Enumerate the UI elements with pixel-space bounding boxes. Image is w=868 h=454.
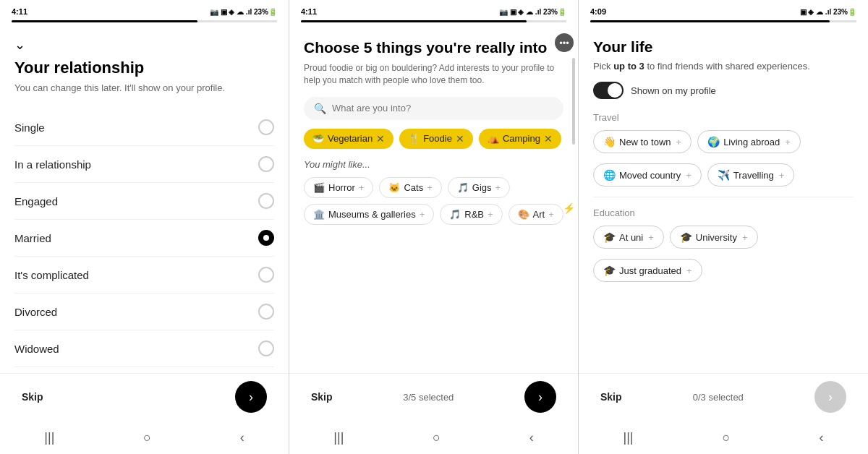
status-icons-1: 📷 ▣ ◈ ☁ .ıl 23%🔋 <box>210 8 277 16</box>
tag-moved-country[interactable]: 🌐 Moved country + <box>593 163 702 187</box>
screen1-subtitle: You can change this later. It'll show on… <box>14 82 274 95</box>
life-subtitle: Pick up to 3 to find friends with shared… <box>593 60 854 73</box>
add-rnb-icon[interactable]: + <box>488 209 493 220</box>
radio-circle-single[interactable] <box>258 119 274 135</box>
radio-circle-married[interactable] <box>258 230 274 246</box>
radio-circle-complicated[interactable] <box>258 267 274 283</box>
radio-divorced[interactable]: Divorced <box>14 294 274 330</box>
search-icon: 🔍 <box>314 103 326 114</box>
android-menu-icon-3[interactable]: ||| <box>624 430 634 445</box>
interests-subtitle: Proud foodie or big on bouldering? Add i… <box>304 62 563 87</box>
radio-complicated[interactable]: It's complicated <box>14 257 274 294</box>
remove-foodie-icon[interactable]: ✕ <box>456 133 464 145</box>
android-back-icon-2[interactable]: ‹ <box>529 430 534 445</box>
travel-tags: 👋 New to town + 🌍 Living abroad + <box>593 130 854 153</box>
android-back-icon[interactable]: ‹ <box>240 430 244 445</box>
life-title: Your life <box>593 38 854 56</box>
add-museums-icon[interactable]: + <box>420 209 425 220</box>
android-menu-icon[interactable]: ||| <box>44 430 54 445</box>
add-art-icon[interactable]: + <box>548 209 554 220</box>
add-cats-icon[interactable]: + <box>427 182 433 193</box>
tag-university[interactable]: 🎓 University + <box>670 226 758 249</box>
remove-camping-icon[interactable]: ✕ <box>544 133 553 145</box>
radio-circle-engaged[interactable] <box>258 193 274 209</box>
radio-circle-divorced[interactable] <box>258 304 274 320</box>
tag-camping[interactable]: ⛺ Camping ✕ <box>479 129 561 149</box>
radio-widowed[interactable]: Widowed <box>14 330 274 367</box>
screen1-bottom-nav: Skip › <box>0 373 289 424</box>
scrollbar[interactable] <box>572 58 575 145</box>
time-2: 4:11 <box>301 7 317 16</box>
android-back-icon-3[interactable]: ‹ <box>819 430 823 445</box>
phone-screen-1: 4:11 📷 ▣ ◈ ☁ .ıl 23%🔋 ⌄ Your relationshi… <box>0 0 289 454</box>
suggestion-museums[interactable]: 🏛️ Museums & galleries + <box>304 204 434 225</box>
add-at-uni-icon[interactable]: + <box>648 232 654 243</box>
screen3-next-button[interactable]: › <box>814 381 846 413</box>
radio-engaged[interactable]: Engaged <box>14 183 274 220</box>
status-bar-3: 4:09 ▣ ◈ ☁ .ıl 23%🔋 <box>579 0 868 20</box>
toggle-label: Shown on my profile <box>631 85 716 96</box>
suggestion-gigs[interactable]: 🎵 Gigs + <box>448 177 510 198</box>
education-tags-2: 🎓 Just graduated + <box>593 259 854 282</box>
screen2-bottom-nav: Skip 3/5 selected › <box>289 373 578 424</box>
suggestion-rnb[interactable]: 🎵 R&B + <box>440 204 502 225</box>
tag-vegetarian[interactable]: 🥗 Vegetarian ✕ <box>304 129 393 149</box>
screen3-bottom-icons: ||| ○ ‹ <box>579 424 868 454</box>
android-home-icon-2[interactable]: ○ <box>433 430 441 445</box>
tag-foodie[interactable]: 🍴 Foodie ✕ <box>399 129 473 149</box>
you-might-like-label: You might like... <box>304 159 563 170</box>
suggestion-art[interactable]: 🎨 Art + <box>509 204 563 225</box>
tag-travelling[interactable]: ✈️ Travelling + <box>707 163 794 187</box>
radio-label-in-relationship: In a relationship <box>14 158 91 171</box>
travel-tags-2: 🌐 Moved country + ✈️ Travelling + <box>593 163 854 187</box>
android-home-icon-3[interactable]: ○ <box>723 430 731 445</box>
add-travelling-icon[interactable]: + <box>779 170 785 181</box>
android-menu-icon-2[interactable]: ||| <box>333 430 344 445</box>
tag-just-graduated[interactable]: 🎓 Just graduated + <box>593 259 702 282</box>
screen2-selected-count: 3/5 selected <box>403 392 454 403</box>
add-horror-icon[interactable]: + <box>359 182 365 193</box>
screen3-content: Your life Pick up to 3 to find friends w… <box>579 22 868 373</box>
radio-single[interactable]: Single <box>14 109 274 146</box>
add-living-abroad-icon[interactable]: + <box>785 137 791 147</box>
suggestion-cats[interactable]: 🐱 Cats + <box>379 177 441 198</box>
radio-label-widowed: Widowed <box>14 343 59 355</box>
add-just-graduated-icon[interactable]: + <box>686 265 692 276</box>
screen1-next-button[interactable]: › <box>235 381 267 413</box>
radio-in-relationship[interactable]: In a relationship <box>14 146 274 183</box>
screen2-content: Choose 5 things you're really into Proud… <box>289 22 578 373</box>
phone-screen-2: 4:11 📷 ▣ ◈ ☁ .ıl 23%🔋 Choose 5 things yo… <box>289 0 579 454</box>
screen3-selected-count: 0/3 selected <box>693 392 744 403</box>
screen3-skip-button[interactable]: Skip <box>600 391 622 403</box>
add-moved-country-icon[interactable]: + <box>686 170 692 181</box>
toggle-thumb <box>608 83 622 98</box>
radio-label-complicated: It's complicated <box>14 269 89 281</box>
tag-living-abroad[interactable]: 🌍 Living abroad + <box>697 130 801 153</box>
add-new-to-town-icon[interactable]: + <box>676 137 682 147</box>
profile-toggle[interactable] <box>593 82 624 99</box>
tag-at-uni[interactable]: 🎓 At uni + <box>593 226 664 249</box>
education-tags: 🎓 At uni + 🎓 University + <box>593 226 854 249</box>
bluetooth-icon: ⚡ <box>563 202 575 214</box>
radio-married[interactable]: Married <box>14 220 274 257</box>
add-university-icon[interactable]: + <box>742 232 748 243</box>
radio-circle-in-relationship[interactable] <box>258 156 274 172</box>
screen1-skip-button[interactable]: Skip <box>22 391 43 403</box>
more-button[interactable]: ••• <box>555 33 574 52</box>
screen2-next-button[interactable]: › <box>524 381 556 413</box>
add-gigs-icon[interactable]: + <box>495 182 501 193</box>
suggestion-horror[interactable]: 🎬 Horror + <box>304 177 373 198</box>
search-input[interactable] <box>332 103 553 113</box>
screen1-title: Your relationship <box>14 59 274 77</box>
screen2-bottom-icons: ||| ○ ‹ <box>289 424 578 454</box>
search-bar[interactable]: 🔍 <box>304 97 563 120</box>
education-section-label: Education <box>593 207 854 218</box>
tag-new-to-town[interactable]: 👋 New to town + <box>593 130 692 153</box>
radio-circle-widowed[interactable] <box>258 340 274 356</box>
screen2-skip-button[interactable]: Skip <box>311 391 333 403</box>
remove-vegetarian-icon[interactable]: ✕ <box>376 133 385 145</box>
chevron-down-icon[interactable]: ⌄ <box>14 37 274 53</box>
time-1: 4:11 <box>12 7 27 16</box>
android-home-icon[interactable]: ○ <box>143 430 151 445</box>
radio-label-divorced: Divorced <box>14 306 57 318</box>
